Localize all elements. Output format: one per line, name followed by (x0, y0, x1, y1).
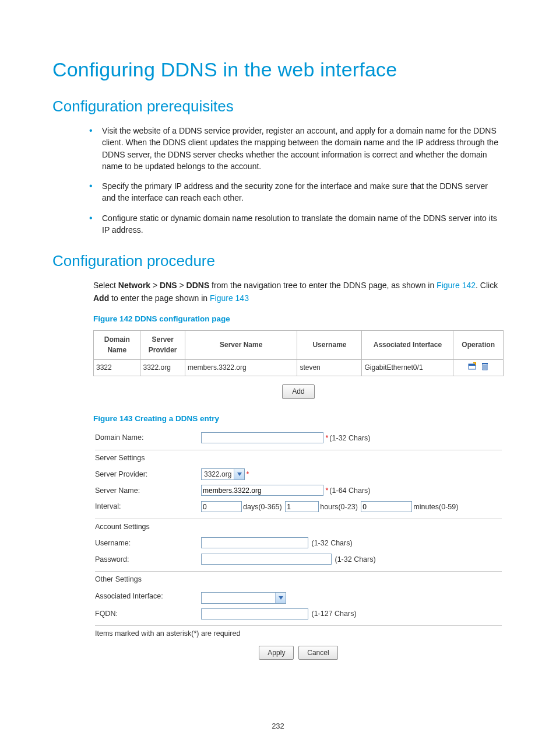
fqdn-input[interactable] (201, 608, 308, 620)
col-username: Username (297, 330, 362, 359)
page-number: 232 (0, 722, 556, 730)
text: from the navigation tree to enter the DD… (209, 281, 437, 290)
delete-icon[interactable] (481, 362, 488, 374)
procedure-text: Select Network > DNS > DDNS from the nav… (93, 279, 504, 660)
text: to enter the page shown in (109, 293, 210, 303)
prereq-item: Visit the website of a DDNS service prov… (102, 125, 504, 172)
interval-days-hint: days(0-365) (243, 503, 282, 511)
edit-icon[interactable] (468, 362, 477, 374)
server-provider-label: Server Provider: (93, 466, 199, 482)
password-label: Password: (93, 551, 199, 568)
server-name-hint: (1-64 Chars) (329, 487, 370, 495)
bold-add: Add (93, 293, 109, 303)
col-server-provider: Server Provider (140, 330, 185, 359)
server-provider-select[interactable]: 3322.org (201, 468, 245, 480)
col-domain-name: Domain Name (94, 330, 140, 359)
cell-operation (453, 359, 504, 376)
cell-domain: 3322 (94, 359, 140, 376)
chevron-down-icon (275, 593, 286, 603)
breadcrumb-ddns: DDNS (186, 281, 210, 290)
link-figure-142[interactable]: Figure 142 (437, 281, 476, 290)
fqdn-label: FQDN: (93, 606, 199, 622)
required-mark: * (325, 434, 328, 442)
link-figure-143[interactable]: Figure 143 (210, 293, 249, 303)
server-provider-value: 3322.org (202, 469, 234, 480)
server-settings-label: Server Settings (95, 454, 145, 462)
interval-minutes-hint: minutes(0-59) (413, 503, 458, 511)
col-associated-interface: Associated Interface (362, 330, 453, 359)
other-settings-label: Other Settings (95, 575, 142, 583)
cell-provider: 3322.org (140, 359, 185, 376)
ddns-create-form: Domain Name: *(1-32 Chars) Server Settin… (93, 430, 504, 642)
text: > (177, 281, 186, 290)
add-button[interactable]: Add (282, 384, 314, 399)
cell-iface: GigabitEthernet0/1 (362, 359, 453, 376)
domain-name-input[interactable] (201, 432, 323, 443)
required-note: Items marked with an asterisk(*) are req… (95, 629, 240, 638)
password-input[interactable] (201, 554, 332, 565)
ddns-config-table: Domain Name Server Provider Server Name … (93, 330, 504, 377)
prereq-item: Specify the primary IP address and the s… (102, 180, 504, 204)
section-procedure: Configuration procedure (52, 252, 504, 270)
apply-button[interactable]: Apply (259, 646, 294, 660)
required-mark: * (246, 470, 249, 478)
interval-hours-hint: hours(0-23) (320, 503, 358, 511)
cell-user: steven (297, 359, 362, 376)
breadcrumb-network: Network (118, 281, 150, 290)
text: > (150, 281, 160, 290)
figure-142-caption: Figure 142 DDNS configuration page (93, 313, 504, 326)
breadcrumb-dns: DNS (160, 281, 177, 290)
required-mark: * (325, 487, 328, 495)
svg-rect-6 (482, 363, 488, 364)
username-hint: (1-32 Chars) (311, 539, 352, 547)
assoc-interface-select[interactable] (201, 592, 286, 604)
username-input[interactable] (201, 537, 308, 548)
text: . (476, 281, 478, 290)
prereq-item: Configure static or dynamic domain name … (102, 212, 504, 236)
figure-143-caption: Figure 143 Creating a DDNS entry (93, 413, 504, 425)
cell-server: members.3322.org (185, 359, 297, 376)
cancel-button[interactable]: Cancel (298, 646, 337, 660)
account-settings-label: Account Settings (95, 523, 150, 531)
domain-name-label: Domain Name: (93, 430, 199, 446)
interval-hours-input[interactable] (285, 501, 319, 512)
password-hint: (1-32 Chars) (335, 555, 375, 564)
col-server-name: Server Name (185, 330, 297, 359)
svg-rect-1 (469, 364, 476, 366)
interval-label: Interval: (93, 499, 199, 515)
text: Click (480, 281, 498, 290)
col-operation: Operation (453, 330, 504, 359)
text: Select (93, 281, 118, 290)
page-title: Configuring DDNS in the web interface (52, 58, 504, 81)
interval-minutes-input[interactable] (361, 501, 412, 512)
fqdn-hint: (1-127 Chars) (311, 610, 356, 618)
prereq-list: Visit the website of a DDNS service prov… (52, 125, 504, 236)
interval-days-input[interactable] (201, 501, 242, 512)
server-name-input[interactable] (201, 485, 323, 496)
assoc-interface-label: Associated Interface: (93, 588, 199, 606)
server-name-label: Server Name: (93, 482, 199, 499)
domain-name-hint: (1-32 Chars) (329, 434, 370, 442)
table-row: 3322 3322.org members.3322.org steven Gi… (94, 359, 504, 376)
section-prerequisites: Configuration prerequisites (52, 97, 504, 116)
username-label: Username: (93, 535, 199, 551)
chevron-down-icon (234, 469, 244, 480)
